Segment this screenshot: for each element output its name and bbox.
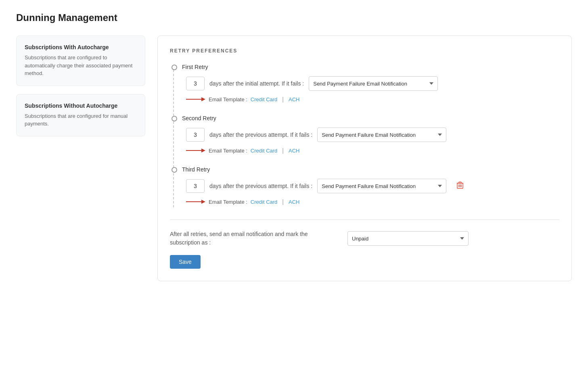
final-row: After all retries, send an email notific… (170, 230, 559, 247)
third-retry-email-template-row: Email Template : Credit Card | ACH (182, 198, 559, 205)
svg-marker-11 (201, 200, 205, 204)
second-retry-arrow-icon (186, 147, 205, 154)
third-retry-template-label: Email Template : (209, 199, 247, 205)
timeline-dot-third (172, 167, 177, 173)
sidebar: Subscriptions With Autocharge Subscripti… (16, 36, 145, 144)
third-retry-days-label: days after the previous attempt. If it f… (209, 183, 312, 189)
section-title: RETRY PREFERENCES (170, 48, 559, 54)
second-retry-template-label: Email Template : (209, 148, 247, 154)
third-retry-divider: | (282, 199, 284, 205)
save-button[interactable]: Save (170, 255, 201, 269)
first-retry-template-label: Email Template : (209, 96, 247, 102)
third-retry-days-input[interactable] (186, 179, 205, 193)
second-retry-credit-card-link[interactable]: Credit Card (251, 148, 277, 154)
sidebar-card-manual-title: Subscriptions Without Autocharge (25, 102, 137, 109)
section-divider (170, 219, 559, 220)
second-retry-divider: | (282, 147, 284, 154)
final-status-select[interactable]: Unpaid Cancelled Active (347, 231, 469, 246)
svg-marker-1 (201, 97, 205, 101)
first-retry-label: First Retry (182, 64, 208, 70)
third-retry-action-select[interactable]: Send Payment Failure Email Notification … (317, 179, 446, 193)
content-panel: RETRY PREFERENCES First Retry days after… (157, 36, 572, 281)
first-retry-action-select[interactable]: Send Payment Failure Email Notification … (309, 76, 438, 91)
first-retry-ach-link[interactable]: ACH (289, 96, 299, 102)
timeline-dot-second (172, 116, 177, 121)
first-retry-arrow-icon (186, 96, 205, 103)
third-retry-arrow-icon (186, 198, 205, 205)
first-retry-config-row: days after the initial attempt. If it fa… (182, 76, 559, 91)
third-retry-label: Third Retry (182, 166, 210, 173)
second-retry-label: Second Retry (182, 115, 216, 121)
sidebar-card-manual[interactable]: Subscriptions Without Autocharge Subscri… (16, 94, 145, 136)
retry-block-second: Second Retry days after the previous att… (182, 115, 559, 154)
retry-block-third: Third Retry days after the previous atte… (182, 166, 559, 207)
third-retry-content: days after the previous attempt. If it f… (182, 179, 559, 207)
sidebar-card-autocharge-desc: Subscriptions that are configured to aut… (25, 54, 137, 77)
first-retry-divider: | (282, 96, 284, 102)
second-retry-days-label: days after the previous attempt. If it f… (209, 132, 312, 138)
first-retry-email-template-row: Email Template : Credit Card | ACH (182, 96, 559, 103)
third-retry-ach-link[interactable]: ACH (289, 199, 299, 205)
second-retry-days-input[interactable] (186, 128, 205, 142)
second-retry-email-template-row: Email Template : Credit Card | ACH (182, 147, 559, 154)
first-retry-days-input[interactable] (186, 77, 205, 90)
second-retry-action-select[interactable]: Send Payment Failure Email Notification … (317, 127, 446, 142)
retry-block-first: First Retry days after the initial attem… (182, 64, 559, 103)
first-retry-days-label: days after the initial attempt. If it fa… (209, 80, 304, 87)
sidebar-card-autocharge-title: Subscriptions With Autocharge (25, 44, 137, 50)
second-retry-ach-link[interactable]: ACH (289, 148, 299, 154)
sidebar-card-manual-desc: Subscriptions that are configured for ma… (25, 112, 137, 128)
first-retry-credit-card-link[interactable]: Credit Card (251, 96, 277, 102)
third-retry-with-delete: days after the previous attempt. If it f… (182, 179, 559, 207)
third-retry-delete-button[interactable] (455, 180, 465, 192)
svg-marker-3 (201, 148, 205, 153)
final-row-label: After all retries, send an email notific… (170, 230, 339, 247)
second-retry-config-row: days after the previous attempt. If it f… (182, 127, 559, 142)
timeline-dot-first (172, 65, 177, 70)
page-title: Dunning Management (16, 12, 572, 23)
sidebar-card-autocharge[interactable]: Subscriptions With Autocharge Subscripti… (16, 36, 145, 86)
retry-timeline: First Retry days after the initial attem… (170, 64, 559, 207)
third-retry-credit-card-link[interactable]: Credit Card (251, 199, 277, 205)
third-retry-config-row: days after the previous attempt. If it f… (182, 179, 559, 193)
